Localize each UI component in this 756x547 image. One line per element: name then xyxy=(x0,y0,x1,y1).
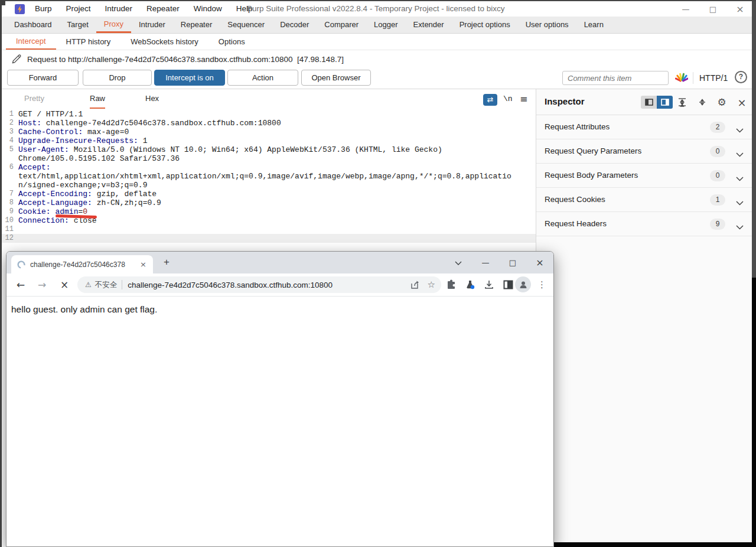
inspector-section-row[interactable]: Request Attributes 2 xyxy=(536,115,752,139)
browser-tab[interactable]: challenge-7e4d2d7c5046c378 × xyxy=(11,255,153,274)
inspector-section-row[interactable]: Request Body Parameters 0 xyxy=(536,164,752,188)
side-panel-icon[interactable] xyxy=(501,278,515,292)
editor-line[interactable]: 3 Cache-Control: max-age=0 xyxy=(2,128,536,136)
browser-menu-icon[interactable]: ⋮ xyxy=(537,274,546,296)
address-bar[interactable]: ⚠ 不安全 challenge-7e4d2d7c5046c378.sandbox… xyxy=(77,276,441,293)
extension-flask-icon[interactable] xyxy=(463,278,477,292)
main-tab[interactable]: Logger xyxy=(366,17,405,33)
minimize-button[interactable]: — xyxy=(681,5,690,14)
editor-view-tab[interactable]: Raw xyxy=(90,90,105,109)
editor-line[interactable]: 7 Accept-Encoding: gzip, deflate xyxy=(2,190,536,198)
inspector-close-icon[interactable]: × xyxy=(735,96,748,109)
editor-line[interactable]: 8 Accept-Language: zh-CN,zh;q=0.9 xyxy=(2,198,536,207)
profile-avatar[interactable] xyxy=(515,276,531,292)
browser-window-controls: — □ × xyxy=(445,252,553,273)
menu-item[interactable]: Burp xyxy=(28,1,59,17)
editor-line[interactable]: Chrome/105.0.5195.102 Safari/537.36 xyxy=(2,154,536,163)
burp-app-icon xyxy=(15,4,25,14)
gear-icon[interactable]: ⚙ xyxy=(715,96,728,109)
main-tab[interactable]: Decoder xyxy=(272,17,317,33)
editor-line[interactable]: n/signed-exchange;v=b3;q=0.9 xyxy=(2,181,536,190)
proxy-sub-tab[interactable]: HTTP history xyxy=(56,34,121,50)
forward-icon[interactable]: → xyxy=(35,274,49,296)
main-tab[interactable]: Intruder xyxy=(131,17,173,33)
help-icon[interactable]: ? xyxy=(735,71,747,83)
drop-button[interactable]: Drop xyxy=(83,70,152,86)
menu-item[interactable]: Repeater xyxy=(139,1,187,17)
back-icon[interactable]: ← xyxy=(14,274,28,296)
line-number xyxy=(2,154,18,163)
word-wrap-icon[interactable]: ⇄ xyxy=(483,94,497,106)
security-label[interactable]: 不安全 xyxy=(95,280,118,290)
line-number: 9 xyxy=(2,207,18,216)
main-tab[interactable]: Target xyxy=(60,17,96,33)
code-segment: Cache-Control: xyxy=(18,128,83,136)
line-code: User-Agent: Mozilla/5.0 (Windows NT 10.0… xyxy=(18,145,536,154)
stop-icon[interactable]: × xyxy=(57,274,71,296)
layout-left-toggle[interactable] xyxy=(641,96,657,109)
inspector-section-row[interactable]: Request Cookies 1 xyxy=(536,188,752,212)
extensions-puzzle-icon[interactable] xyxy=(444,278,458,292)
editor-view-tab[interactable]: Hex xyxy=(145,90,159,108)
proxy-sub-tab[interactable]: Intercept xyxy=(6,34,56,50)
menu-item[interactable]: Intruder xyxy=(98,1,140,17)
collapse-all-icon[interactable] xyxy=(696,96,709,109)
highlight-color-icon[interactable] xyxy=(675,71,688,83)
download-icon[interactable] xyxy=(482,278,496,292)
action-button[interactable]: Action xyxy=(227,70,298,86)
browser-minimize-button[interactable]: — xyxy=(472,258,499,267)
main-tab[interactable]: User options xyxy=(518,17,576,33)
main-tab[interactable]: Dashboard xyxy=(6,17,60,33)
url-text[interactable]: challenge-7e4d2d7c5046c378.sandbox.ctfhu… xyxy=(128,281,333,289)
line-code xyxy=(18,234,536,243)
close-button[interactable]: × xyxy=(735,4,745,15)
main-tab[interactable]: Comparer xyxy=(317,17,366,33)
main-tab[interactable]: Extender xyxy=(406,17,452,33)
editor-line[interactable]: 1 GET / HTTP/1.1 xyxy=(2,110,536,119)
layout-right-toggle[interactable] xyxy=(657,96,673,109)
line-number: 12 xyxy=(2,234,18,243)
editor-line[interactable]: 4 Upgrade-Insecure-Requests: 1 xyxy=(2,136,536,145)
menu-item[interactable]: Window xyxy=(187,1,229,17)
expand-all-icon[interactable] xyxy=(676,96,689,109)
browser-chevron-icon[interactable] xyxy=(445,258,472,267)
editor-menu-icon[interactable]: ≡ xyxy=(520,91,527,108)
forward-button[interactable]: Forward xyxy=(7,70,79,86)
browser-maximize-button[interactable]: □ xyxy=(499,258,526,267)
chevron-down-icon xyxy=(736,149,744,159)
bookmark-star-icon[interactable]: ☆ xyxy=(428,279,435,290)
main-tab[interactable]: Project options xyxy=(452,17,518,33)
main-tab[interactable]: Repeater xyxy=(173,17,220,33)
editor-line[interactable]: 5 User-Agent: Mozilla/5.0 (Windows NT 10… xyxy=(2,145,536,154)
browser-close-button[interactable]: × xyxy=(526,257,553,268)
intercept-toggle-button[interactable]: Intercept is on xyxy=(154,70,225,86)
editor-line[interactable]: text/html,application/xhtml+xml,applicat… xyxy=(2,172,536,181)
show-newlines-icon[interactable]: \n xyxy=(503,91,513,108)
inspector-section-label: Request Attributes xyxy=(545,122,610,131)
desktop-edge-top xyxy=(0,0,756,1)
proxy-sub-tab[interactable]: WebSockets history xyxy=(120,34,208,50)
browser-page-content: hello guest. only admin can get flag. xyxy=(6,297,553,323)
intercept-banner: Request to http://challenge-7e4d2d7c5046… xyxy=(2,50,752,68)
inspector-section-row[interactable]: Request Headers 9 xyxy=(536,212,752,236)
new-tab-button[interactable]: + xyxy=(159,255,174,270)
editor-line[interactable]: 12 xyxy=(2,234,536,243)
proxy-sub-tab[interactable]: Options xyxy=(208,34,255,50)
maximize-button[interactable]: □ xyxy=(708,5,718,14)
main-tab[interactable]: Learn xyxy=(576,17,611,33)
editor-line[interactable]: 11 xyxy=(2,225,536,234)
tab-close-icon[interactable]: × xyxy=(138,260,148,269)
main-tab[interactable]: Proxy xyxy=(96,17,131,33)
editor-view-tab[interactable]: Pretty xyxy=(24,90,44,108)
editor-line[interactable]: 2 Host: challenge-7e4d2d7c5046c378.sandb… xyxy=(2,119,536,128)
menu-item[interactable]: Project xyxy=(59,1,98,17)
editor-line[interactable]: 6 Accept: xyxy=(2,163,536,172)
comment-input[interactable] xyxy=(562,71,669,85)
inspector-sections: Request Attributes 2 Request Query Param… xyxy=(536,115,752,236)
share-icon[interactable] xyxy=(410,280,421,289)
line-number: 11 xyxy=(2,225,18,234)
request-editor[interactable]: 1 GET / HTTP/1.1 2 Host: challenge-7e4d2… xyxy=(2,110,536,243)
main-tab[interactable]: Sequencer xyxy=(220,17,272,33)
inspector-section-row[interactable]: Request Query Parameters 0 xyxy=(536,139,752,164)
open-browser-button[interactable]: Open Browser xyxy=(301,70,371,86)
